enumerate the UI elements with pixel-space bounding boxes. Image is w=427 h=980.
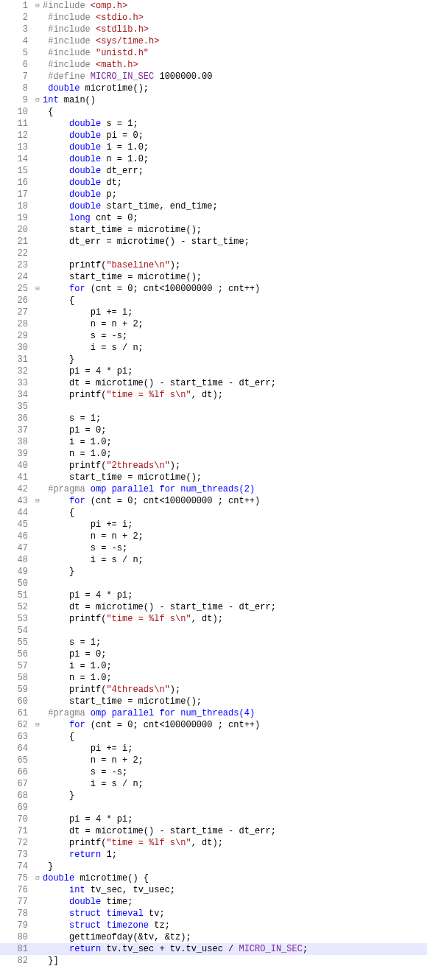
code-line[interactable]: 9⊟int main() bbox=[0, 94, 427, 106]
code-line[interactable]: 16 double dt; bbox=[0, 177, 427, 189]
code-text[interactable]: { bbox=[43, 731, 427, 743]
code-line[interactable]: 18 double start_time, end_time; bbox=[0, 200, 427, 212]
code-text[interactable]: double dt_err; bbox=[43, 165, 427, 177]
code-line[interactable]: 40 printf("2threads\n"); bbox=[0, 460, 427, 472]
code-text[interactable]: double p; bbox=[43, 189, 427, 200]
code-line[interactable]: 34 printf("time = %lf s\n", dt); bbox=[0, 389, 427, 401]
code-line[interactable]: 8 double microtime(); bbox=[0, 83, 427, 94]
code-line[interactable]: 3 #include <stdlib.h> bbox=[0, 24, 427, 35]
code-text[interactable]: i = 1.0; bbox=[43, 660, 427, 672]
code-line[interactable]: 70 pi = 4 * pi; bbox=[0, 813, 427, 825]
code-line[interactable]: 29 s = -s; bbox=[0, 330, 427, 342]
code-text[interactable]: gettimeofday(&tv, &tz); bbox=[43, 931, 427, 943]
code-text[interactable]: s = 1; bbox=[43, 637, 427, 648]
code-text[interactable]: n = n + 2; bbox=[43, 531, 427, 542]
code-line[interactable]: 43⊟ for (cnt = 0; cnt<100000000 ; cnt++) bbox=[0, 495, 427, 507]
code-line[interactable]: 15 double dt_err; bbox=[0, 165, 427, 177]
code-text[interactable]: #define MICRO_IN_SEC 1000000.00 bbox=[43, 71, 427, 83]
code-line[interactable]: 14 double n = 1.0; bbox=[0, 153, 427, 165]
code-line[interactable]: 10 { bbox=[0, 106, 427, 118]
code-line[interactable]: 67 i = s / n; bbox=[0, 778, 427, 790]
code-line[interactable]: 64 pi += i; bbox=[0, 743, 427, 755]
code-text[interactable]: s = -s; bbox=[43, 330, 427, 342]
code-text[interactable]: double time; bbox=[43, 896, 427, 908]
code-line[interactable]: 39 n = 1.0; bbox=[0, 448, 427, 460]
code-line[interactable]: 51 pi = 4 * pi; bbox=[0, 589, 427, 601]
code-line[interactable]: 77 double time; bbox=[0, 896, 427, 908]
code-text[interactable]: { bbox=[43, 106, 427, 118]
fold-toggle-icon[interactable]: ⊟ bbox=[32, 872, 43, 884]
code-text[interactable]: int main() bbox=[43, 94, 427, 106]
code-line[interactable]: 6 #include <math.h> bbox=[0, 59, 427, 71]
code-text[interactable]: } bbox=[43, 790, 427, 802]
code-text[interactable]: i = 1.0; bbox=[43, 436, 427, 448]
code-line[interactable]: 65 n = n + 2; bbox=[0, 755, 427, 766]
code-line[interactable]: 52 dt = microtime() - start_time - dt_er… bbox=[0, 601, 427, 613]
code-line[interactable]: 54 bbox=[0, 625, 427, 637]
code-text[interactable]: struct timezone tz; bbox=[43, 920, 427, 931]
code-line[interactable]: 79 struct timezone tz; bbox=[0, 920, 427, 931]
code-line[interactable]: 5 #include "unistd.h" bbox=[0, 47, 427, 59]
code-text[interactable]: dt_err = microtime() - start_time; bbox=[43, 236, 427, 248]
code-line[interactable]: 24 start_time = microtime(); bbox=[0, 271, 427, 283]
code-text[interactable]: #include <sys/time.h> bbox=[43, 35, 427, 47]
code-line[interactable]: 31 } bbox=[0, 354, 427, 365]
code-line[interactable]: 56 pi = 0; bbox=[0, 648, 427, 660]
fold-toggle-icon[interactable]: ⊟ bbox=[32, 495, 43, 507]
code-line[interactable]: 69 bbox=[0, 802, 427, 813]
code-text[interactable]: #include <math.h> bbox=[43, 59, 427, 71]
code-line[interactable]: 55 s = 1; bbox=[0, 637, 427, 648]
code-line[interactable]: 28 n = n + 2; bbox=[0, 318, 427, 330]
code-text[interactable]: for (cnt = 0; cnt<100000000 ; cnt++) bbox=[43, 283, 427, 295]
code-editor[interactable]: 1⊟#include <omp.h>2 #include <stdio.h>3 … bbox=[0, 0, 427, 967]
code-line[interactable]: 72 printf("time = %lf s\n", dt); bbox=[0, 837, 427, 849]
code-line[interactable]: 46 n = n + 2; bbox=[0, 531, 427, 542]
code-text[interactable]: } bbox=[43, 354, 427, 365]
code-line[interactable]: 53 printf("time = %lf s\n", dt); bbox=[0, 613, 427, 625]
code-text[interactable]: return 1; bbox=[43, 849, 427, 861]
code-text[interactable]: long cnt = 0; bbox=[43, 212, 427, 224]
code-line[interactable]: 73 return 1; bbox=[0, 849, 427, 861]
code-text[interactable]: #include "unistd.h" bbox=[43, 47, 427, 59]
code-text[interactable]: double microtime() { bbox=[43, 872, 427, 884]
code-text[interactable]: printf("baseline\n"); bbox=[43, 259, 427, 271]
code-line[interactable]: 7 #define MICRO_IN_SEC 1000000.00 bbox=[0, 71, 427, 83]
code-text[interactable]: for (cnt = 0; cnt<100000000 ; cnt++) bbox=[43, 495, 427, 507]
code-text[interactable]: double microtime(); bbox=[43, 83, 427, 94]
code-line[interactable]: 60 start_time = microtime(); bbox=[0, 696, 427, 707]
code-text[interactable]: i = s / n; bbox=[43, 554, 427, 566]
code-text[interactable]: start_time = microtime(); bbox=[43, 224, 427, 236]
code-line[interactable]: 23 printf("baseline\n"); bbox=[0, 259, 427, 271]
code-text[interactable]: #include <stdlib.h> bbox=[43, 24, 427, 35]
code-text[interactable]: n = 1.0; bbox=[43, 448, 427, 460]
code-text[interactable]: } bbox=[43, 566, 427, 578]
code-text[interactable]: double s = 1; bbox=[43, 118, 427, 130]
code-line[interactable]: 71 dt = microtime() - start_time - dt_er… bbox=[0, 825, 427, 837]
code-line[interactable]: 80 gettimeofday(&tv, &tz); bbox=[0, 931, 427, 943]
fold-toggle-icon[interactable]: ⊟ bbox=[32, 283, 43, 295]
code-text[interactable]: i = s / n; bbox=[43, 778, 427, 790]
code-line[interactable]: 25⊟ for (cnt = 0; cnt<100000000 ; cnt++) bbox=[0, 283, 427, 295]
code-text[interactable]: return tv.tv_sec + tv.tv_usec / MICRO_IN… bbox=[43, 943, 427, 955]
code-line[interactable]: 13 double i = 1.0; bbox=[0, 141, 427, 153]
code-text[interactable]: pi = 0; bbox=[43, 648, 427, 660]
code-line[interactable]: 47 s = -s; bbox=[0, 542, 427, 554]
code-line[interactable]: 76 int tv_sec, tv_usec; bbox=[0, 884, 427, 896]
code-text[interactable]: printf("time = %lf s\n", dt); bbox=[43, 837, 427, 849]
code-text[interactable]: dt = microtime() - start_time - dt_err; bbox=[43, 377, 427, 389]
code-line[interactable]: 11 double s = 1; bbox=[0, 118, 427, 130]
code-text[interactable]: #include <stdio.h> bbox=[43, 12, 427, 24]
code-line[interactable]: 66 s = -s; bbox=[0, 766, 427, 778]
code-line[interactable]: 63 { bbox=[0, 731, 427, 743]
code-line[interactable]: 33 dt = microtime() - start_time - dt_er… bbox=[0, 377, 427, 389]
code-line[interactable]: 41 start_time = microtime(); bbox=[0, 472, 427, 483]
code-line[interactable]: 2 #include <stdio.h> bbox=[0, 12, 427, 24]
code-text[interactable]: pi += i; bbox=[43, 307, 427, 318]
code-line[interactable]: 42 #pragma omp parallel for num_threads(… bbox=[0, 483, 427, 495]
code-line[interactable]: 4 #include <sys/time.h> bbox=[0, 35, 427, 47]
code-line[interactable]: 30 i = s / n; bbox=[0, 342, 427, 354]
code-text[interactable]: double start_time, end_time; bbox=[43, 200, 427, 212]
code-line[interactable]: 58 n = 1.0; bbox=[0, 672, 427, 684]
code-text[interactable]: s = -s; bbox=[43, 542, 427, 554]
code-text[interactable]: pi = 0; bbox=[43, 424, 427, 436]
